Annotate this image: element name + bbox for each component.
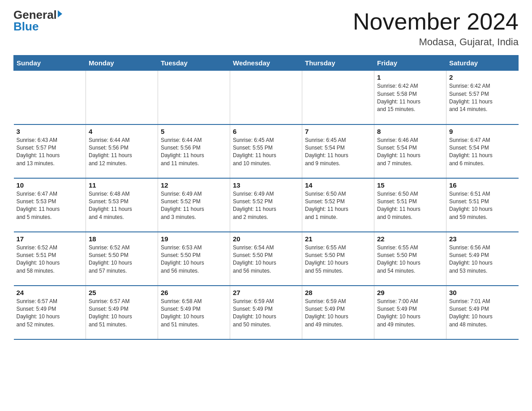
table-row: 25Sunrise: 6:57 AM Sunset: 5:49 PM Dayli… — [86, 286, 158, 339]
table-row: 2Sunrise: 6:42 AM Sunset: 5:57 PM Daylig… — [446, 71, 519, 124]
day-number: 25 — [89, 289, 155, 296]
day-info: Sunrise: 6:55 AM Sunset: 5:50 PM Dayligh… — [377, 244, 443, 275]
day-number: 21 — [305, 235, 371, 243]
col-tuesday: Tuesday — [158, 56, 230, 71]
day-number: 13 — [233, 181, 299, 189]
day-number: 29 — [377, 289, 443, 296]
table-row: 4Sunrise: 6:44 AM Sunset: 5:56 PM Daylig… — [86, 124, 158, 178]
logo-text: General — [13, 9, 62, 21]
table-row — [302, 71, 374, 124]
table-row: 23Sunrise: 6:56 AM Sunset: 5:49 PM Dayli… — [446, 232, 519, 286]
table-row: 27Sunrise: 6:59 AM Sunset: 5:49 PM Dayli… — [230, 286, 302, 339]
calendar-week-row: 17Sunrise: 6:52 AM Sunset: 5:51 PM Dayli… — [14, 232, 519, 286]
day-number: 23 — [449, 235, 516, 243]
day-info: Sunrise: 6:45 AM Sunset: 5:54 PM Dayligh… — [305, 137, 371, 168]
table-row: 5Sunrise: 6:44 AM Sunset: 5:56 PM Daylig… — [158, 124, 230, 178]
day-info: Sunrise: 6:51 AM Sunset: 5:51 PM Dayligh… — [449, 190, 516, 222]
day-number: 16 — [449, 181, 516, 189]
table-row: 29Sunrise: 7:00 AM Sunset: 5:49 PM Dayli… — [374, 286, 446, 339]
day-number: 8 — [377, 128, 443, 135]
table-row: 9Sunrise: 6:47 AM Sunset: 5:54 PM Daylig… — [446, 124, 519, 178]
table-row — [86, 71, 158, 124]
day-number: 19 — [161, 235, 227, 243]
table-row: 7Sunrise: 6:45 AM Sunset: 5:54 PM Daylig… — [302, 124, 374, 178]
table-row: 26Sunrise: 6:58 AM Sunset: 5:49 PM Dayli… — [158, 286, 230, 339]
col-friday: Friday — [374, 56, 446, 71]
page-header: General Blue November 2024 Modasa, Gujar… — [13, 9, 519, 48]
day-number: 27 — [233, 289, 299, 296]
day-info: Sunrise: 6:59 AM Sunset: 5:49 PM Dayligh… — [305, 298, 371, 329]
day-number: 20 — [233, 235, 299, 243]
table-row: 30Sunrise: 7:01 AM Sunset: 5:49 PM Dayli… — [446, 286, 519, 339]
day-number: 7 — [305, 128, 371, 135]
table-row: 13Sunrise: 6:49 AM Sunset: 5:52 PM Dayli… — [230, 178, 302, 232]
day-info: Sunrise: 6:47 AM Sunset: 5:53 PM Dayligh… — [17, 190, 83, 222]
day-number: 5 — [161, 128, 227, 135]
day-info: Sunrise: 6:42 AM Sunset: 5:57 PM Dayligh… — [449, 82, 516, 114]
table-row: 8Sunrise: 6:46 AM Sunset: 5:54 PM Daylig… — [374, 124, 446, 178]
day-info: Sunrise: 6:59 AM Sunset: 5:49 PM Dayligh… — [233, 298, 299, 329]
day-info: Sunrise: 6:53 AM Sunset: 5:50 PM Dayligh… — [161, 244, 227, 275]
day-number: 6 — [233, 128, 299, 135]
day-info: Sunrise: 6:43 AM Sunset: 5:57 PM Dayligh… — [17, 137, 83, 168]
calendar-week-row: 1Sunrise: 6:42 AM Sunset: 5:58 PM Daylig… — [14, 71, 519, 124]
day-info: Sunrise: 6:49 AM Sunset: 5:52 PM Dayligh… — [161, 190, 227, 222]
logo-triangle-icon — [58, 10, 62, 17]
calendar-week-row: 24Sunrise: 6:57 AM Sunset: 5:49 PM Dayli… — [14, 286, 519, 339]
month-year-title: November 2024 — [353, 9, 519, 34]
table-row: 14Sunrise: 6:50 AM Sunset: 5:52 PM Dayli… — [302, 178, 374, 232]
day-info: Sunrise: 6:57 AM Sunset: 5:49 PM Dayligh… — [17, 298, 83, 329]
day-number: 3 — [17, 128, 83, 135]
table-row: 10Sunrise: 6:47 AM Sunset: 5:53 PM Dayli… — [14, 178, 86, 232]
day-info: Sunrise: 6:45 AM Sunset: 5:55 PM Dayligh… — [233, 137, 299, 168]
table-row: 6Sunrise: 6:45 AM Sunset: 5:55 PM Daylig… — [230, 124, 302, 178]
table-row: 12Sunrise: 6:49 AM Sunset: 5:52 PM Dayli… — [158, 178, 230, 232]
day-info: Sunrise: 6:50 AM Sunset: 5:51 PM Dayligh… — [377, 190, 443, 222]
table-row: 16Sunrise: 6:51 AM Sunset: 5:51 PM Dayli… — [446, 178, 519, 232]
day-info: Sunrise: 6:58 AM Sunset: 5:49 PM Dayligh… — [161, 298, 227, 329]
day-info: Sunrise: 6:57 AM Sunset: 5:49 PM Dayligh… — [89, 298, 155, 329]
day-info: Sunrise: 6:50 AM Sunset: 5:52 PM Dayligh… — [305, 190, 371, 222]
day-number: 24 — [17, 289, 83, 296]
day-info: Sunrise: 6:52 AM Sunset: 5:51 PM Dayligh… — [17, 244, 83, 275]
day-number: 14 — [305, 181, 371, 189]
calendar-header-row: Sunday Monday Tuesday Wednesday Thursday… — [14, 56, 519, 71]
calendar-week-row: 3Sunrise: 6:43 AM Sunset: 5:57 PM Daylig… — [14, 124, 519, 178]
day-info: Sunrise: 7:01 AM Sunset: 5:49 PM Dayligh… — [449, 298, 516, 329]
day-number: 17 — [17, 235, 83, 243]
col-monday: Monday — [86, 56, 158, 71]
col-saturday: Saturday — [446, 56, 519, 71]
table-row: 19Sunrise: 6:53 AM Sunset: 5:50 PM Dayli… — [158, 232, 230, 286]
table-row: 17Sunrise: 6:52 AM Sunset: 5:51 PM Dayli… — [14, 232, 86, 286]
table-row: 22Sunrise: 6:55 AM Sunset: 5:50 PM Dayli… — [374, 232, 446, 286]
day-info: Sunrise: 6:56 AM Sunset: 5:49 PM Dayligh… — [449, 244, 516, 275]
calendar-week-row: 10Sunrise: 6:47 AM Sunset: 5:53 PM Dayli… — [14, 178, 519, 232]
location-subtitle: Modasa, Gujarat, India — [353, 36, 519, 48]
day-info: Sunrise: 7:00 AM Sunset: 5:49 PM Dayligh… — [377, 298, 443, 329]
table-row: 11Sunrise: 6:48 AM Sunset: 5:53 PM Dayli… — [86, 178, 158, 232]
day-number: 18 — [89, 235, 155, 243]
logo: General Blue — [13, 9, 62, 34]
table-row — [14, 71, 86, 124]
logo-blue: Blue — [13, 20, 39, 34]
day-number: 2 — [449, 73, 516, 81]
day-info: Sunrise: 6:52 AM Sunset: 5:50 PM Dayligh… — [89, 244, 155, 275]
day-info: Sunrise: 6:49 AM Sunset: 5:52 PM Dayligh… — [233, 190, 299, 222]
day-number: 10 — [17, 181, 83, 189]
title-area: November 2024 Modasa, Gujarat, India — [353, 9, 519, 48]
col-wednesday: Wednesday — [230, 56, 302, 71]
day-number: 28 — [305, 289, 371, 296]
day-info: Sunrise: 6:47 AM Sunset: 5:54 PM Dayligh… — [449, 137, 516, 168]
day-info: Sunrise: 6:44 AM Sunset: 5:56 PM Dayligh… — [161, 137, 227, 168]
table-row: 3Sunrise: 6:43 AM Sunset: 5:57 PM Daylig… — [14, 124, 86, 178]
col-thursday: Thursday — [302, 56, 374, 71]
table-row — [158, 71, 230, 124]
table-row: 21Sunrise: 6:55 AM Sunset: 5:50 PM Dayli… — [302, 232, 374, 286]
table-row — [230, 71, 302, 124]
day-info: Sunrise: 6:48 AM Sunset: 5:53 PM Dayligh… — [89, 190, 155, 222]
day-info: Sunrise: 6:42 AM Sunset: 5:58 PM Dayligh… — [377, 82, 443, 114]
table-row: 20Sunrise: 6:54 AM Sunset: 5:50 PM Dayli… — [230, 232, 302, 286]
day-info: Sunrise: 6:54 AM Sunset: 5:50 PM Dayligh… — [233, 244, 299, 275]
table-row: 28Sunrise: 6:59 AM Sunset: 5:49 PM Dayli… — [302, 286, 374, 339]
day-info: Sunrise: 6:46 AM Sunset: 5:54 PM Dayligh… — [377, 137, 443, 168]
